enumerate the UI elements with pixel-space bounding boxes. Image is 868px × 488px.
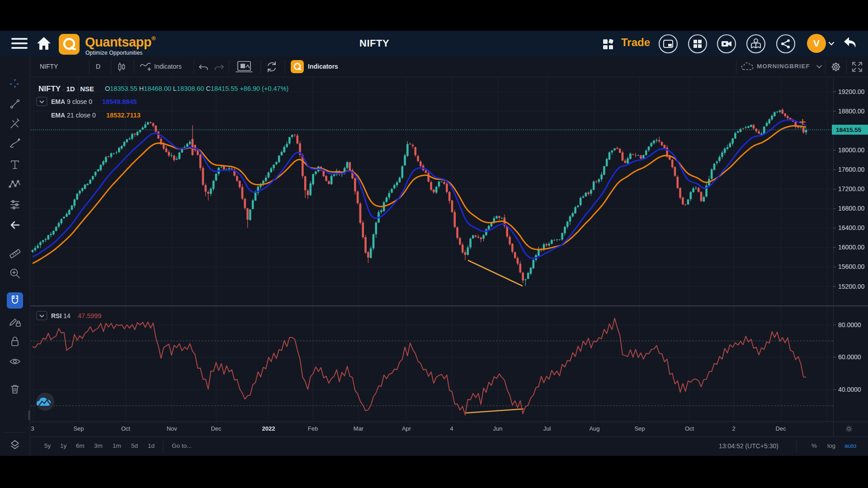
svg-text:15200.00: 15200.00 xyxy=(838,283,865,290)
svg-text:18800.00: 18800.00 xyxy=(838,108,865,115)
svg-text:EMA 9 close 0: EMA 9 close 0 xyxy=(51,98,92,105)
svg-text:40.0000: 40.0000 xyxy=(838,386,861,393)
svg-text:18000.00: 18000.00 xyxy=(838,146,865,154)
svg-text:16000.00: 16000.00 xyxy=(838,244,865,251)
svg-text:60.0000: 60.0000 xyxy=(838,353,861,361)
svg-text:EMA 21 close 0: EMA 21 close 0 xyxy=(51,112,96,119)
svg-text:17600.00: 17600.00 xyxy=(838,166,865,173)
svg-text:O18353.55 H18468.00 L18308.60: O18353.55 H18468.00 L18308.60 C18415.55 … xyxy=(105,85,288,92)
svg-text:80.0000: 80.0000 xyxy=(838,321,861,328)
svg-text:47.5999: 47.5999 xyxy=(78,312,101,319)
svg-text:18415.55: 18415.55 xyxy=(836,127,862,133)
svg-text:16400.00: 16400.00 xyxy=(838,224,865,231)
svg-text:NIFTY · 1D · NSE: NIFTY · 1D · NSE xyxy=(38,84,94,93)
svg-text:19200.00: 19200.00 xyxy=(838,88,865,95)
svg-text:17200.00: 17200.00 xyxy=(838,185,865,192)
svg-text:15600.00: 15600.00 xyxy=(838,263,865,270)
svg-text:16800.00: 16800.00 xyxy=(838,205,865,212)
svg-text:18532.7113: 18532.7113 xyxy=(106,112,141,119)
svg-text:18549.8845: 18549.8845 xyxy=(102,98,137,105)
svg-text:RSI 14: RSI 14 xyxy=(51,312,71,319)
